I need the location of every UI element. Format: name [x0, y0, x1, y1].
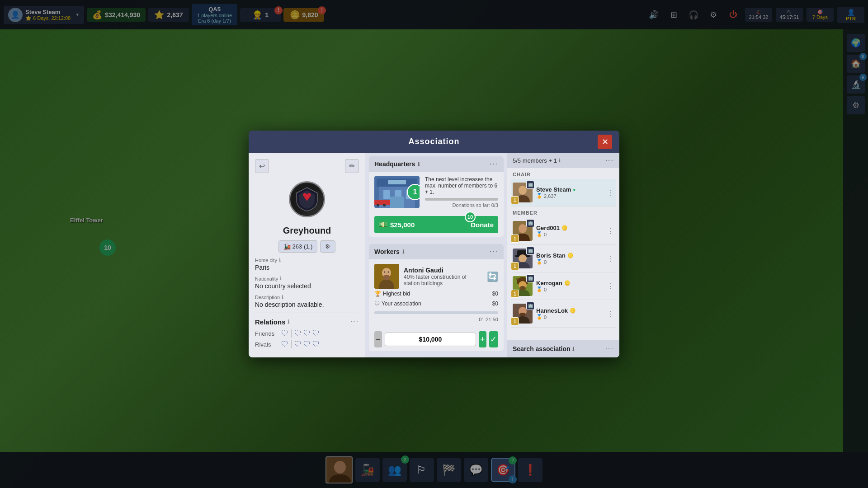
chair-section-label: CHAIR	[511, 168, 616, 179]
kerrogan-avatar-wrap: 1 🏢	[513, 276, 533, 296]
donate-btn-row: 10 💵 $25,000 Donate	[374, 216, 498, 233]
leave-button[interactable]: ↩	[255, 159, 269, 173]
description-info-icon: ℹ	[282, 294, 283, 300]
hq-info-icon: ℹ	[418, 161, 420, 167]
kerrogan-more-button[interactable]: ⋮	[607, 282, 614, 291]
worker-action-icon[interactable]: 🔄	[487, 271, 498, 282]
logo-circle	[289, 181, 325, 217]
hq-section-body: 1 The next level increases the max. numb…	[369, 172, 504, 212]
donate-button[interactable]: 💵 $25,000 Donate	[374, 216, 498, 233]
modal-body: ↩ ✏ Greyh	[249, 153, 619, 357]
chair-points: 🏅 2,637	[536, 193, 603, 199]
boris-stan-points-icon: 🏅	[536, 259, 542, 265]
hq-level-badge: 1	[407, 184, 420, 200]
rival-shield-2: 🛡	[294, 340, 302, 348]
gerd001-more-button[interactable]: ⋮	[607, 227, 614, 235]
hanneslok-info: HannesLok 🪙 🏅 0	[536, 307, 603, 320]
chair-company-icon: 🏢	[526, 181, 534, 189]
relations-info-icon: ℹ	[288, 319, 289, 325]
nationality-value: No country selected	[255, 282, 359, 290]
svg-point-9	[377, 204, 379, 206]
stats-button[interactable]: 🚂 263 (1.)	[278, 240, 318, 253]
workers-section-header: Workers ℹ ···	[369, 244, 504, 259]
svg-point-20	[519, 224, 527, 233]
member-section-label: MEMBER	[511, 206, 616, 217]
boris-stan-company-icon: 🏢	[526, 247, 534, 255]
bid-confirm-button[interactable]: ✓	[489, 331, 498, 347]
kerrogan-company-icon: 🏢	[526, 274, 534, 282]
gerd001-info: Gerd001 🪙 🏅 0	[536, 225, 603, 237]
member-item-hanneslok: 1 🏢 HannesLok 🪙 🏅 0	[511, 300, 616, 328]
gerd001-points-icon: 🏅	[536, 231, 542, 237]
logo-inner	[291, 183, 323, 215]
nationality-info-icon: ℹ	[280, 276, 282, 282]
hanneslok-avatar-wrap: 1 🏢	[513, 304, 533, 324]
gerd001-company-icon: 🏢	[526, 219, 534, 227]
bid-input[interactable]	[385, 333, 476, 346]
members-list: CHAIR 1 🏢	[507, 168, 619, 340]
worker-row: Antoni Gaudi 40% faster construction of …	[374, 264, 498, 289]
relations-more-button[interactable]: ···	[350, 318, 359, 326]
timer-value: 01:21:50	[479, 317, 498, 322]
svg-point-18	[519, 186, 527, 195]
svg-point-15	[388, 272, 389, 273]
kerrogan-points: 🏅 0	[536, 286, 603, 292]
gerd001-points: 🏅 0	[536, 231, 603, 237]
your-assoc-row: 🛡 Your association $0	[374, 299, 498, 309]
workers-more-button[interactable]: ···	[490, 248, 498, 256]
search-assoc-title: Search association ℹ	[513, 345, 574, 352]
chair-online-dot: ●	[573, 187, 576, 192]
bid-icon: 🏆	[374, 291, 381, 297]
highest-bid-label: 🏆 Highest bid	[374, 291, 410, 297]
hanneslok-points: 🏅 0	[536, 314, 603, 320]
right-panel: 5/5 members + 1 ℹ ··· CHAIR	[507, 153, 619, 357]
search-assoc-more-button[interactable]: ···	[605, 345, 614, 353]
description-value: No description available.	[255, 301, 359, 308]
highest-bid-value: $0	[492, 291, 498, 297]
kerrogan-coin-icon: 🪙	[564, 280, 571, 286]
member-item-boris-stan: 1 🏢 Boris Stan 🪙 🏅 0	[511, 245, 616, 272]
rivals-divider	[291, 340, 292, 348]
middle-panel: Headquarters ℹ ···	[365, 153, 507, 357]
svg-point-13	[383, 275, 390, 280]
hanneslok-coin-icon: 🪙	[570, 308, 576, 314]
highest-bid-row: 🏆 Highest bid $0	[374, 289, 498, 299]
home-city-label: Home city ℹ	[255, 257, 359, 263]
hanneslok-more-button[interactable]: ⋮	[607, 310, 614, 318]
home-city-value: Paris	[255, 264, 359, 271]
gerd001-avatar-wrap: 1 🏢	[513, 221, 533, 241]
members-more-button[interactable]: ···	[605, 156, 614, 164]
edit-button[interactable]: ✏	[345, 159, 359, 173]
member-item-gerd001: 1 🏢 Gerd001 🪙 🏅 0	[511, 217, 616, 245]
bid-minus-button[interactable]: −	[374, 331, 382, 347]
assoc-logo	[255, 181, 359, 217]
friends-divider	[291, 329, 292, 338]
friend-shield-2: 🛡	[294, 329, 302, 338]
members-header: 5/5 members + 1 ℹ ···	[507, 153, 619, 168]
association-modal: Association ✕ ↩ ✏	[249, 131, 619, 357]
chair-level: 1	[511, 196, 519, 204]
boris-stan-more-button[interactable]: ⋮	[607, 254, 614, 263]
hanneslok-level: 1	[511, 317, 519, 325]
kerrogan-info: Kerrogan 🪙 🏅 0	[536, 280, 603, 292]
modal-close-button[interactable]: ✕	[598, 135, 612, 149]
rival-shield-3: 🛡	[303, 340, 311, 348]
boris-coin-icon: 🪙	[567, 253, 574, 258]
chair-name: Steve Steam ●	[536, 186, 603, 193]
worker-desc: 40% faster construction of station build…	[404, 274, 482, 286]
members-info-icon: ℹ	[559, 158, 561, 164]
workers-section-body: Antoni Gaudi 40% faster construction of …	[369, 259, 504, 328]
chair-more-button[interactable]: ⋮	[607, 188, 614, 197]
worker-avatar	[374, 264, 399, 289]
kerrogan-name: Kerrogan 🪙	[536, 280, 603, 286]
hq-more-button[interactable]: ···	[490, 160, 498, 168]
chair-info: Steve Steam ● 🏅 2,637	[536, 186, 603, 199]
svg-point-24	[519, 254, 527, 263]
boris-stan-name: Boris Stan 🪙	[536, 252, 603, 259]
chair-item: 1 🏢 Steve Steam ● 🏅 2,637	[511, 179, 616, 206]
kerrogan-level: 1	[511, 290, 519, 298]
left-panel: ↩ ✏ Greyh	[249, 153, 365, 357]
config-button[interactable]: ⚙	[320, 240, 335, 253]
gerd001-level: 1	[511, 235, 519, 243]
bid-plus-button[interactable]: +	[479, 331, 486, 347]
